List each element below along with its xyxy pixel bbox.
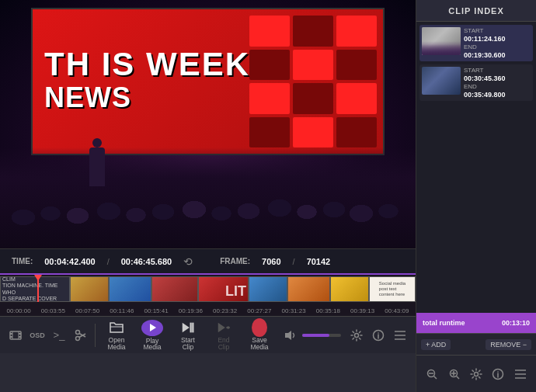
volume-slider[interactable] (302, 334, 341, 337)
add-clip-label: + ADD (426, 341, 446, 349)
timecode-bar: TIME: 00:04:42.400 / 00:46:45.680 ⟲ FRAM… (0, 248, 416, 273)
tc-time-8: 00:31:23 (277, 307, 311, 314)
play-media-icon (141, 320, 163, 336)
svg-rect-0 (10, 331, 21, 339)
svg-rect-6 (19, 336, 21, 338)
svg-point-17 (355, 333, 359, 337)
clip-1-end-label: END (464, 43, 506, 50)
tc-time-7: 00:27:27 (242, 307, 277, 314)
terminal-icon-btn[interactable]: >_ (50, 326, 68, 345)
clip-2-start-time: 00:30:45.360 (464, 75, 506, 82)
start-clip-button[interactable]: StartClip (172, 320, 204, 351)
svg-marker-16 (285, 331, 291, 340)
clip-index-title: CLIP INDEX (448, 6, 504, 16)
svg-rect-3 (10, 333, 12, 335)
list-btn[interactable] (512, 366, 529, 383)
clip-2-end-label: END (464, 83, 506, 90)
start-clip-label: StartClip (181, 337, 195, 350)
volume-control (282, 327, 341, 344)
clip-1-end-time: 00:19:30.600 (464, 51, 506, 59)
timeline-clip-1[interactable] (70, 276, 109, 302)
main-layout: TH IS WEEK'S NEWS (0, 0, 536, 392)
tc-time-6: 00:23:32 (208, 307, 242, 314)
timeline-clip-5[interactable] (249, 276, 287, 302)
settings-icon-btn[interactable] (347, 326, 366, 345)
clip-info-1: START 00:11:24.160 END 00:19:30.600 (464, 27, 506, 59)
save-media-button[interactable]: SaveMedia (243, 320, 276, 351)
svg-line-25 (434, 376, 437, 379)
clip-list: START 00:11:24.160 END 00:19:30.600 STAR… (416, 22, 536, 313)
list-icon-btn[interactable] (391, 326, 409, 345)
timeline-clip-6[interactable] (287, 276, 330, 302)
svg-rect-5 (10, 336, 12, 338)
clip-index-header: CLIP INDEX (416, 0, 536, 22)
add-clip-button[interactable]: + ADD (421, 339, 451, 350)
clip-thumb-1 (422, 27, 461, 55)
tc-time-1: 00:03:55 (36, 307, 70, 314)
save-media-icon (252, 320, 267, 335)
end-clip-label: EndClip (218, 337, 229, 350)
toolbar: OSD >_ (0, 316, 416, 353)
info-icon-btn[interactable] (369, 326, 388, 345)
info-btn[interactable] (489, 366, 506, 383)
clip-item-1[interactable]: START 00:11:24.160 END 00:19:30.600 (419, 25, 533, 61)
left-panel: TH IS WEEK'S NEWS (0, 0, 416, 392)
volume-icon[interactable] (282, 327, 299, 344)
tc-time-11: 00:43:09 (380, 307, 414, 314)
timeline-strip[interactable]: NE UP AGAINST THE CLIMTION MACHINE. TIME… (0, 273, 416, 316)
video-content: TH IS WEEK'S NEWS (31, 8, 385, 155)
toolbar-separator-1 (95, 324, 96, 347)
timeline-clips: NE UP AGAINST THE CLIMTION MACHINE. TIME… (0, 276, 416, 304)
settings-btn[interactable] (468, 366, 485, 383)
end-clip-icon (216, 320, 231, 335)
timeline-clip-2[interactable] (109, 276, 151, 302)
tc-time-3: 00:11:46 (105, 307, 139, 314)
time-label: TIME: (12, 257, 33, 265)
remove-clip-button[interactable]: REMOVE − (486, 339, 531, 350)
svg-point-7 (76, 330, 80, 334)
total-runtime-value: 00:13:10 (502, 319, 530, 327)
time-current: 00:04:42.400 (44, 257, 95, 266)
open-media-button[interactable]: OpenMedia (100, 320, 133, 351)
svg-point-34 (498, 371, 499, 373)
clip-item-2[interactable]: START 00:30:45.360 END 00:35:49.800 (419, 64, 533, 101)
timeline-clip-7[interactable] (330, 276, 369, 302)
save-media-label: SaveMedia (250, 337, 268, 350)
scissors-btn[interactable] (71, 326, 90, 345)
record-icon (252, 318, 267, 337)
timeline-timecodes: 00:00:00 00:03:55 00:07:50 00:11:46 00:1… (0, 304, 416, 316)
film-icon-btn[interactable] (6, 326, 25, 345)
timeline-clip-4[interactable]: LIT (198, 276, 249, 302)
clip-thumb-2 (422, 67, 461, 95)
svg-marker-15 (218, 323, 225, 333)
play-media-label: Play Media (136, 338, 169, 351)
osd-button[interactable]: OSD (28, 326, 47, 345)
timeline-clip-8[interactable]: Social mediapost textcontent here (369, 276, 416, 302)
total-runtime-bar: total runtime 00:13:10 (416, 313, 536, 333)
timeline-clip-3[interactable] (151, 276, 198, 302)
svg-point-31 (474, 372, 478, 376)
frame-total: 70142 (307, 257, 331, 266)
add-remove-bar: + ADD REMOVE − (416, 333, 536, 355)
osd-label: OSD (30, 331, 45, 339)
clip-2-start-label: START (464, 67, 506, 74)
svg-marker-12 (183, 323, 190, 333)
clip-1-start-label: START (464, 27, 506, 34)
zoom-out-icon-btn[interactable] (423, 366, 440, 383)
tc-time-2: 00:07:50 (71, 307, 105, 314)
timeline-playhead[interactable] (37, 275, 39, 302)
tc-time-5: 00:19:36 (173, 307, 207, 314)
zoom-in-icon-btn[interactable] (446, 366, 463, 383)
tc-time-9: 00:35:18 (311, 307, 345, 314)
start-clip-icon (180, 320, 196, 335)
remove-clip-label: REMOVE − (490, 341, 527, 349)
frame-current: 7060 (262, 257, 280, 266)
open-media-icon (109, 320, 124, 335)
tc-time-4: 00:15:41 (139, 307, 173, 314)
total-runtime-label: total runtime (423, 319, 465, 327)
play-media-button[interactable]: Play Media (136, 320, 169, 351)
svg-point-20 (378, 332, 379, 334)
end-clip-button[interactable]: EndClip (207, 320, 240, 351)
svg-line-28 (456, 376, 459, 379)
time-adjust-icon[interactable]: ⟲ (183, 255, 193, 268)
